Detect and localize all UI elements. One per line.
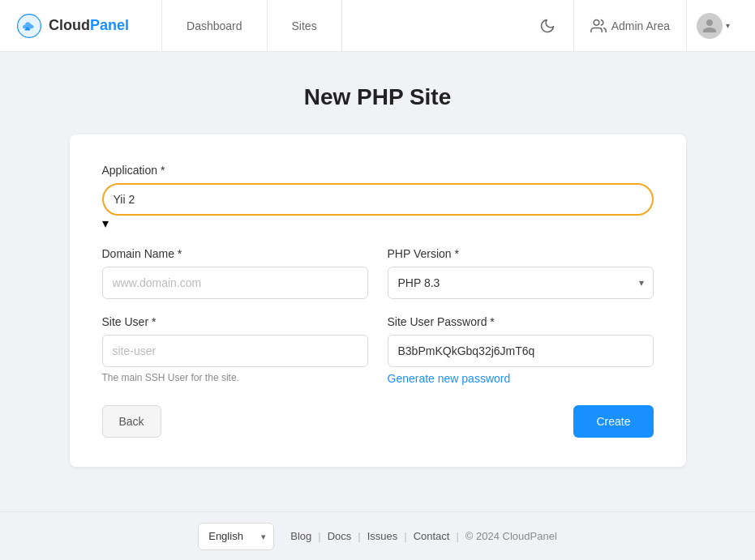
application-select-wrapper: Yii 2 Laravel Symfony CodeIgniter CakePH… [102,183,654,231]
admin-area-link[interactable]: Admin Area [574,0,687,52]
domain-name-input[interactable] [102,267,368,299]
footer: English Deutsch Español Français ▾ Blog … [0,511,755,560]
php-version-col: PHP Version * PHP 8.3 PHP 8.2 PHP 8.1 PH… [388,247,654,299]
footer-contact-link[interactable]: Contact [414,530,450,542]
domain-php-row: Domain Name * PHP Version * PHP 8.3 PHP … [102,247,654,299]
footer-links: Blog | Docs | Issues | Contact | © 2024 … [290,530,557,542]
application-select[interactable]: Yii 2 Laravel Symfony CodeIgniter CakePH… [102,183,654,216]
dark-mode-toggle[interactable] [522,0,574,52]
footer-issues-link[interactable]: Issues [367,530,398,542]
domain-name-col: Domain Name * [102,247,368,299]
site-user-label: Site User * [102,315,368,328]
php-version-select-wrapper: PHP 8.3 PHP 8.2 PHP 8.1 PHP 8.0 PHP 7.4 … [388,267,654,299]
page-title: New PHP Site [304,84,452,110]
domain-name-label: Domain Name * [102,247,368,260]
main-content: New PHP Site Application * Yii 2 Laravel… [0,52,755,511]
generate-password-link[interactable]: Generate new password [388,372,511,385]
language-select-wrapper: English Deutsch Español Français ▾ [198,523,274,550]
footer-sep-4: | [456,530,458,542]
avatar-chevron-icon: ▾ [726,21,730,30]
avatar-circle [697,13,723,39]
footer-copyright: © 2024 CloudPanel [465,530,557,542]
application-label: Application * [102,164,654,177]
site-user-password-input[interactable] [388,335,654,367]
site-user-input[interactable] [102,335,368,367]
nav-links: Dashboard Sites [161,0,522,52]
brand-logo-link[interactable]: CloudPanel [16,13,129,39]
moon-icon [539,18,556,34]
php-version-select[interactable]: PHP 8.3 PHP 8.2 PHP 8.1 PHP 8.0 PHP 7.4 [388,267,654,299]
user-avatar-button[interactable]: ▾ [687,0,739,52]
admin-area-label: Admin Area [611,19,670,32]
application-chevron-icon: ▾ [102,216,109,230]
form-actions: Back Create [102,405,654,438]
nav-sites[interactable]: Sites [268,0,342,52]
admin-area-icon [590,18,607,34]
nav-dashboard[interactable]: Dashboard [161,0,268,52]
navbar: CloudPanel Dashboard Sites Admin Area [0,0,755,52]
create-button[interactable]: Create [573,405,653,438]
site-user-col: Site User * The main SSH User for the si… [102,315,368,386]
footer-sep-3: | [404,530,406,542]
nav-right: Admin Area ▾ [522,0,739,52]
brand-cloud-text: Cloud [49,17,90,33]
footer-docs-link[interactable]: Docs [328,530,352,542]
site-user-password-col: Site User Password * Generate new passwo… [388,315,654,386]
language-select[interactable]: English Deutsch Español Français [198,523,274,550]
svg-point-1 [594,19,599,25]
brand-panel-text: Panel [90,17,129,33]
back-button[interactable]: Back [102,405,161,438]
user-icon [701,18,718,34]
form-card: Application * Yii 2 Laravel Symfony Code… [70,135,686,467]
footer-sep-1: | [318,530,320,542]
php-version-label: PHP Version * [388,247,654,260]
user-password-row: Site User * The main SSH User for the si… [102,315,654,386]
site-user-hint: The main SSH User for the site. [102,372,368,383]
cloud-logo-icon [16,13,42,39]
footer-sep-2: | [358,530,360,542]
footer-blog-link[interactable]: Blog [290,530,311,542]
application-group: Application * Yii 2 Laravel Symfony Code… [102,164,654,231]
site-user-password-label: Site User Password * [388,315,654,328]
